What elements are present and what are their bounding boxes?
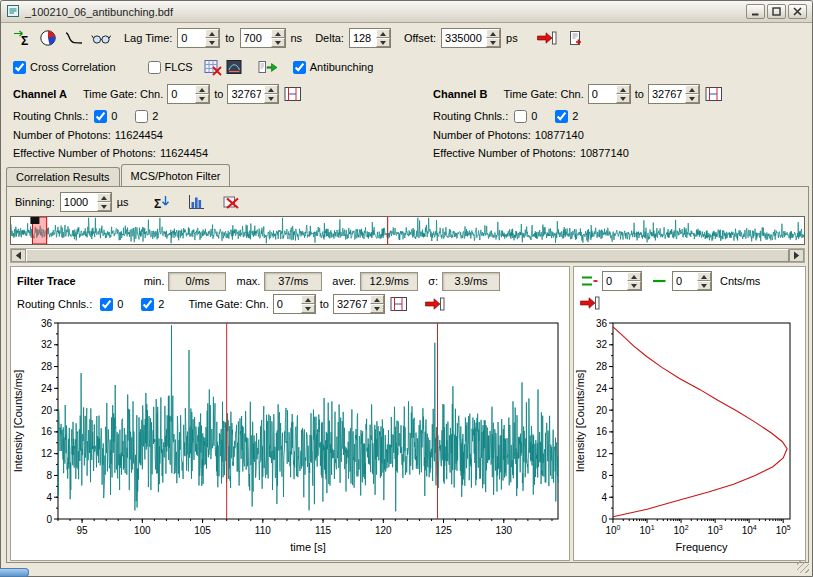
channel-a-gate-to-spinner[interactable] (227, 84, 279, 104)
maximize-button[interactable] (767, 4, 786, 19)
lag-time-from-input[interactable] (178, 29, 205, 47)
channel-b-routing-2-input[interactable] (555, 110, 568, 123)
spin-up-icon[interactable] (616, 85, 630, 94)
offset-input[interactable] (442, 29, 486, 47)
export-icon[interactable] (579, 293, 599, 313)
upper-threshold-spinner[interactable] (602, 271, 642, 291)
lag-time-to-spinner[interactable] (240, 28, 286, 48)
parent-scrollbar-fragment[interactable] (0, 568, 29, 577)
filter-routing-2-input[interactable] (141, 298, 154, 311)
spin-down-icon[interactable] (376, 38, 390, 47)
mcs-trace-chart[interactable]: 0481216202428323695100105110115120125130… (12, 317, 568, 559)
overview-scrollbar[interactable] (10, 248, 805, 263)
upper-threshold-input[interactable] (603, 272, 627, 290)
spin-down-icon[interactable] (195, 94, 209, 103)
scroll-left-icon[interactable] (11, 249, 26, 262)
delete-cross-icon[interactable] (222, 192, 242, 212)
channel-a-routing-2-input[interactable] (135, 110, 148, 123)
filter-gate-to-input[interactable] (334, 295, 370, 313)
lag-time-to-input[interactable] (241, 29, 271, 47)
resize-grip[interactable] (797, 561, 809, 573)
channel-a-gate-from-input[interactable] (168, 85, 195, 103)
filter-gate-to-spinner[interactable] (333, 294, 385, 314)
tab-mcs-photon-filter[interactable]: MCS/Photon Filter (121, 164, 231, 186)
spin-up-icon[interactable] (264, 85, 278, 94)
apply-green-arrow-icon[interactable] (257, 57, 279, 77)
scroll-right-icon[interactable] (789, 249, 804, 262)
spin-down-icon[interactable] (370, 304, 384, 313)
minimize-button[interactable] (746, 4, 765, 19)
pie-chart-icon[interactable] (38, 28, 58, 48)
spin-down-icon[interactable] (264, 94, 278, 103)
delta-input[interactable] (350, 29, 376, 47)
channel-b-routing-0-input[interactable] (514, 110, 527, 123)
binning-spinner[interactable] (60, 192, 112, 212)
flcs-pattern-icon[interactable] (225, 57, 245, 77)
overview-chart[interactable] (11, 217, 804, 244)
flcs-checkbox-input[interactable] (148, 61, 161, 74)
channel-b-gate-to-input[interactable] (649, 85, 685, 103)
antibunching-checkbox[interactable]: Antibunching (293, 61, 374, 74)
channel-b-routing-0-checkbox[interactable]: 0 (514, 110, 537, 123)
spin-up-icon[interactable] (97, 193, 111, 202)
filter-gate-from-spinner[interactable] (273, 294, 316, 314)
flcs-matrix-icon[interactable] (203, 57, 223, 77)
channel-a-routing-2-checkbox[interactable]: 2 (135, 110, 158, 123)
channel-a-gate-to-input[interactable] (228, 85, 264, 103)
spin-up-icon[interactable] (486, 29, 500, 38)
flcs-checkbox[interactable]: FLCS (148, 61, 193, 74)
correlation-curve-icon[interactable] (63, 28, 85, 48)
spin-down-icon[interactable] (627, 281, 641, 290)
spin-up-icon[interactable] (376, 29, 390, 38)
channel-b-routing-2-checkbox[interactable]: 2 (555, 110, 578, 123)
lower-threshold-spinner[interactable] (672, 271, 712, 291)
cross-correlation-checkbox[interactable]: Cross Correlation (13, 61, 116, 74)
spin-up-icon[interactable] (370, 295, 384, 304)
spin-down-icon[interactable] (685, 94, 699, 103)
binning-input[interactable] (61, 193, 97, 211)
sum-icon[interactable]: Σ (152, 192, 172, 212)
spin-down-icon[interactable] (486, 38, 500, 47)
filter-gate-from-input[interactable] (274, 295, 301, 313)
channel-b-gate-from-input[interactable] (589, 85, 616, 103)
export-icon[interactable] (535, 28, 558, 48)
close-button[interactable] (788, 4, 807, 19)
spin-up-icon[interactable] (685, 85, 699, 94)
channel-a-routing-0-input[interactable] (94, 110, 107, 123)
frequency-chart[interactable]: 04812162024283236100101102103104105Frequ… (575, 317, 804, 559)
title-bar[interactable]: _100210_06_antibunching.bdf (1, 1, 812, 23)
sigma-correlate-icon[interactable]: Σ (11, 28, 33, 48)
spin-down-icon[interactable] (205, 38, 219, 47)
filter-routing-0-checkbox[interactable]: 0 (100, 298, 123, 311)
spin-up-icon[interactable] (697, 272, 711, 281)
spin-down-icon[interactable] (616, 94, 630, 103)
channel-b-gate-to-spinner[interactable] (648, 84, 700, 104)
delta-spinner[interactable] (349, 28, 391, 48)
channel-a-routing-0-checkbox[interactable]: 0 (94, 110, 117, 123)
lower-level-icon[interactable] (649, 271, 669, 291)
spin-up-icon[interactable] (627, 272, 641, 281)
filter-routing-0-input[interactable] (100, 298, 113, 311)
spin-down-icon[interactable] (271, 38, 285, 47)
time-gate-icon[interactable] (704, 84, 724, 104)
time-gate-icon[interactable] (389, 294, 409, 314)
spin-down-icon[interactable] (301, 304, 315, 313)
spin-up-icon[interactable] (205, 29, 219, 38)
intensity-overview-trace[interactable] (10, 216, 805, 245)
upper-level-icon[interactable] (579, 271, 599, 291)
spin-up-icon[interactable] (301, 295, 315, 304)
cross-correlation-checkbox-input[interactable] (13, 61, 26, 74)
report-icon[interactable] (566, 28, 586, 48)
offset-spinner[interactable] (441, 28, 501, 48)
lower-threshold-input[interactable] (673, 272, 697, 290)
scrollbar-thumb[interactable] (26, 249, 789, 262)
lag-time-from-spinner[interactable] (177, 28, 220, 48)
histogram-icon[interactable] (187, 192, 207, 212)
spin-up-icon[interactable] (271, 29, 285, 38)
spin-down-icon[interactable] (697, 281, 711, 290)
export-icon[interactable] (425, 294, 445, 314)
spin-up-icon[interactable] (195, 85, 209, 94)
spin-down-icon[interactable] (97, 202, 111, 211)
time-gate-icon[interactable] (283, 84, 303, 104)
tab-correlation-results[interactable]: Correlation Results (6, 167, 120, 186)
